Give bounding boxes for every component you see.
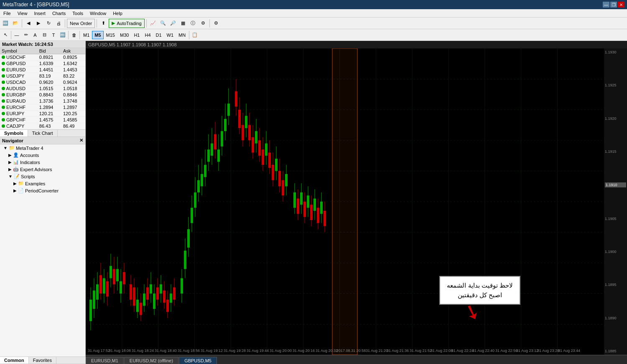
period-m30[interactable]: M30 xyxy=(117,31,131,39)
nav-tree-item[interactable]: ▶📊Indicators xyxy=(0,159,85,166)
svg-rect-120 xyxy=(262,149,264,165)
new-order-button[interactable]: New Order xyxy=(67,19,95,28)
symbol-dot xyxy=(2,112,5,115)
svg-rect-142 xyxy=(303,202,306,217)
nav-tree-item[interactable]: ▶📄PeriodConverter xyxy=(0,187,85,194)
svg-rect-40 xyxy=(116,269,119,281)
line-btn[interactable]: — xyxy=(12,30,21,40)
mw-row[interactable]: USDCHF 0.8921 0.8925 xyxy=(0,54,85,61)
mw-col-bid: Bid xyxy=(38,48,61,54)
menu-tools[interactable]: Tools xyxy=(69,9,87,17)
svg-rect-26 xyxy=(93,291,95,309)
menu-insert[interactable]: Insert xyxy=(31,9,49,17)
mw-row[interactable]: EURUSD 1.4451 1.4453 xyxy=(0,67,85,73)
mw-row[interactable]: USDJPY 83.19 83.22 xyxy=(0,73,85,79)
chart-viewport[interactable]: 31 Aug 17:52 31 Aug 18:08 31 Aug 18:24 3… xyxy=(86,48,627,355)
chart-type-btn[interactable]: ▦ xyxy=(178,19,188,28)
mw-row[interactable]: GBPUSD 1.6339 1.6342 xyxy=(0,61,85,67)
nav-tree-item[interactable]: ▶🤖Expert Advisors xyxy=(0,166,85,173)
nav-tree-item[interactable]: ▼📝Scripts xyxy=(0,173,85,180)
tree-icon-icon: 🤖 xyxy=(13,167,19,172)
tab-symbols[interactable]: Symbols xyxy=(0,130,28,136)
arrow-left[interactable]: ◀ xyxy=(24,19,33,28)
menu-help[interactable]: Help xyxy=(110,9,126,17)
menu-file[interactable]: File xyxy=(0,9,14,17)
period-w1[interactable]: W1 xyxy=(164,31,176,39)
period-m15[interactable]: M15 xyxy=(104,31,117,39)
mw-row[interactable]: EURJPY 120.21 120.25 xyxy=(0,111,85,117)
tree-arrow-icon: ▶ xyxy=(13,181,17,186)
print-btn[interactable]: 🖨 xyxy=(54,19,63,28)
line-study-btn[interactable]: 📈 xyxy=(148,19,158,28)
chart-canvas[interactable]: 31 Aug 17:52 31 Aug 18:08 31 Aug 18:24 3… xyxy=(86,48,604,355)
autotrading-button[interactable]: ▶ AutoTrading xyxy=(109,19,145,28)
line3-btn[interactable]: A xyxy=(31,30,40,40)
svg-rect-56 xyxy=(146,288,149,300)
svg-rect-72 xyxy=(173,288,176,300)
zoom-out-btn[interactable]: 🔎 xyxy=(168,19,178,28)
price-1910: 1.1910 xyxy=(605,182,626,187)
tree-arrow-icon: ▼ xyxy=(8,174,13,179)
cursor-btn[interactable]: ↖ xyxy=(1,30,10,40)
y-axis: 1.1930 1.1925 1.1920 1.1915 1.1910 1.190… xyxy=(604,48,627,355)
period-h1[interactable]: H1 xyxy=(131,31,142,39)
menu-view[interactable]: View xyxy=(14,9,31,17)
menu-charts[interactable]: Charts xyxy=(49,9,69,17)
mw-row[interactable]: CADJPY 86.43 86.49 xyxy=(0,123,85,129)
period-m1[interactable]: M1 xyxy=(81,31,92,39)
line2-btn[interactable]: ✏ xyxy=(21,30,31,40)
navigator-close-button[interactable]: ✕ xyxy=(79,138,83,143)
settings-btn[interactable]: ⚙ xyxy=(212,19,221,28)
svg-rect-110 xyxy=(245,116,247,128)
template-btn[interactable]: 📋 xyxy=(190,30,199,40)
tab-common[interactable]: Common xyxy=(0,357,29,364)
period-mn[interactable]: MN xyxy=(176,31,188,39)
mw-row[interactable]: AUDUSD 1.0515 1.0518 xyxy=(0,86,85,92)
nav-tree-item[interactable]: ▶📁Examples xyxy=(0,180,85,187)
maximize-button[interactable]: ❐ xyxy=(610,2,617,8)
svg-rect-104 xyxy=(235,91,237,107)
svg-text:31 Aug 23:12: 31 Aug 23:12 xyxy=(516,349,538,353)
chart-tab-eurusd-m2[interactable]: EURUSD,M2 (offline) xyxy=(124,357,178,364)
mw-row[interactable]: USDCAD 0.9620 0.9624 xyxy=(0,79,85,86)
new-btn[interactable]: 🆕 xyxy=(1,19,10,28)
nav-tree-item[interactable]: ▼📁MetaTrader 4 xyxy=(0,144,85,152)
chart-tab-eurusd-m1[interactable]: EURUSD,M1 xyxy=(86,357,124,364)
open-btn[interactable]: 📂 xyxy=(11,19,20,28)
mw-row[interactable]: GBPCHF 1.4575 1.4585 xyxy=(0,117,85,123)
tree-item-label: Expert Advisors xyxy=(20,167,52,172)
period-d1[interactable]: D1 xyxy=(153,31,164,39)
price-1915: 1.1915 xyxy=(605,149,626,154)
period-h4[interactable]: H4 xyxy=(142,31,153,39)
svg-rect-64 xyxy=(160,284,162,293)
experts-btn[interactable]: ⚙ xyxy=(199,19,208,28)
line6-btn[interactable]: 🔤 xyxy=(58,30,67,40)
period-m5[interactable]: M5 xyxy=(92,31,103,39)
svg-text:31 Aug 22:56: 31 Aug 22:56 xyxy=(495,349,517,353)
line5-btn[interactable]: T xyxy=(49,30,58,40)
menu-window[interactable]: Window xyxy=(87,9,110,17)
svg-rect-58 xyxy=(150,284,152,293)
new-order-label: New Order xyxy=(70,21,92,26)
tab-tick-chart[interactable]: Tick Chart xyxy=(28,130,58,136)
price-1930: 1.1930 xyxy=(605,50,626,54)
nav-tree-item[interactable]: ▶👤Accounts xyxy=(0,152,85,159)
svg-rect-106 xyxy=(238,110,241,128)
arrow-right[interactable]: ▶ xyxy=(34,19,43,28)
zoom-in-btn[interactable]: 🔍 xyxy=(158,19,168,28)
tree-arrow-icon: ▶ xyxy=(8,167,12,172)
price-1890: 1.1890 xyxy=(605,316,626,320)
line4-btn[interactable]: ⊟ xyxy=(40,30,49,40)
delete-btn[interactable]: 🗑 xyxy=(69,30,79,40)
mw-row[interactable]: EURCHF 1.2894 1.2897 xyxy=(0,104,85,111)
chart-up-btn[interactable]: ⬆ xyxy=(99,19,108,28)
indicators-btn[interactable]: Ⓘ xyxy=(189,19,198,28)
tab-favorites[interactable]: Favorites xyxy=(29,357,56,364)
mw-row[interactable]: EURGBP 0.8843 0.8846 xyxy=(0,92,85,98)
chart-tab-gbpusd-m5[interactable]: GBPUSD,M5 xyxy=(179,357,217,364)
navigator-header: Navigator ✕ xyxy=(0,137,85,144)
close-button[interactable]: ✕ xyxy=(618,2,624,8)
minimize-button[interactable]: — xyxy=(603,2,609,8)
mw-row[interactable]: EURAUD 1.3736 1.3748 xyxy=(0,98,85,104)
refresh-btn[interactable]: ↻ xyxy=(44,19,53,28)
